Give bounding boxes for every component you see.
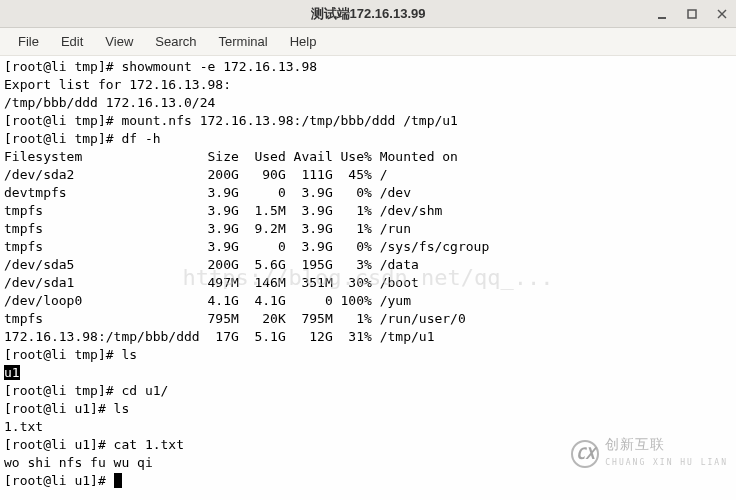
title-bar: 测试端172.16.13.99 [0, 0, 736, 28]
terminal-line: devtmpfs 3.9G 0 3.9G 0% /dev [4, 185, 411, 200]
maximize-button[interactable] [684, 6, 700, 22]
window-controls [654, 6, 730, 22]
watermark-icon: CX [571, 440, 599, 468]
terminal-line: [root@li u1]# ls [4, 401, 129, 416]
menu-bar: File Edit View Search Terminal Help [0, 28, 736, 56]
watermark-sub: CHUANG XIN HU LIAN [605, 454, 728, 472]
minimize-button[interactable] [654, 6, 670, 22]
menu-view[interactable]: View [95, 30, 143, 53]
terminal-line: /tmp/bbb/ddd 172.16.13.0/24 [4, 95, 215, 110]
terminal-highlight: u1 [4, 365, 20, 380]
menu-terminal[interactable]: Terminal [209, 30, 278, 53]
watermark-logo: CX创新互联CHUANG XIN HU LIAN [571, 435, 728, 472]
terminal-line: [root@li tmp]# cd u1/ [4, 383, 168, 398]
close-button[interactable] [714, 6, 730, 22]
terminal-line: tmpfs 3.9G 9.2M 3.9G 1% /run [4, 221, 411, 236]
terminal-line: [root@li u1]# cat 1.txt [4, 437, 184, 452]
terminal-line: 1.txt [4, 419, 43, 434]
terminal-line: [root@li tmp]# showmount -e 172.16.13.98 [4, 59, 317, 74]
menu-help[interactable]: Help [280, 30, 327, 53]
terminal-line: /dev/loop0 4.1G 4.1G 0 100% /yum [4, 293, 411, 308]
terminal-line: tmpfs 3.9G 1.5M 3.9G 1% /dev/shm [4, 203, 442, 218]
terminal-line: tmpfs 795M 20K 795M 1% /run/user/0 [4, 311, 466, 326]
terminal-line: [root@li tmp]# mount.nfs 172.16.13.98:/t… [4, 113, 458, 128]
terminal-line: Filesystem Size Used Avail Use% Mounted … [4, 149, 458, 164]
svg-rect-1 [688, 10, 696, 18]
terminal-line: 172.16.13.98:/tmp/bbb/ddd 17G 5.1G 12G 3… [4, 329, 434, 344]
terminal-line: [root@li tmp]# ls [4, 347, 137, 362]
watermark-brand: 创新互联 [605, 436, 665, 452]
terminal-area[interactable]: https://blog.csdn.net/qq_...[root@li tmp… [0, 56, 736, 500]
terminal-line: /dev/sda2 200G 90G 111G 45% / [4, 167, 388, 182]
terminal-line: tmpfs 3.9G 0 3.9G 0% /sys/fs/cgroup [4, 239, 489, 254]
menu-edit[interactable]: Edit [51, 30, 93, 53]
terminal-line: wo shi nfs fu wu qi [4, 455, 153, 470]
watermark-bg: https://blog.csdn.net/qq_... [183, 269, 554, 287]
terminal-line: [root@li tmp]# df -h [4, 131, 161, 146]
terminal-prompt: [root@li u1]# [4, 473, 114, 488]
terminal-cursor [114, 473, 122, 488]
window-title: 测试端172.16.13.99 [311, 5, 426, 23]
menu-file[interactable]: File [8, 30, 49, 53]
terminal-line: Export list for 172.16.13.98: [4, 77, 231, 92]
menu-search[interactable]: Search [145, 30, 206, 53]
